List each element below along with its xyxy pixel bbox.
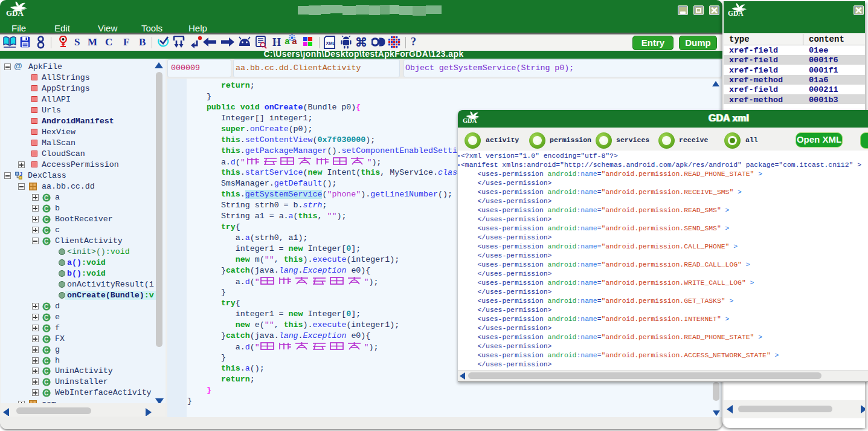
svg-text:XML: XML xyxy=(326,41,336,46)
svg-text:C: C xyxy=(44,303,48,310)
svg-text:GDA: GDA xyxy=(728,10,744,17)
svg-text:C: C xyxy=(44,347,48,354)
svg-text:C: C xyxy=(44,238,48,245)
svg-text:C: C xyxy=(44,216,48,223)
svg-text:C: C xyxy=(44,227,48,234)
svg-text:C: C xyxy=(44,336,48,343)
svg-text:C: C xyxy=(44,379,48,386)
svg-text:C: C xyxy=(44,325,48,332)
svg-text:C: C xyxy=(44,368,48,375)
svg-text:J: J xyxy=(19,172,22,177)
svg-text:C: C xyxy=(44,358,48,365)
svg-text:GDA: GDA xyxy=(463,117,477,124)
svg-text:GDA: GDA xyxy=(6,8,24,17)
svg-text:C: C xyxy=(44,390,48,397)
svg-text:C: C xyxy=(44,206,48,212)
svg-text:C: C xyxy=(44,314,48,321)
svg-text:C: C xyxy=(44,195,48,201)
